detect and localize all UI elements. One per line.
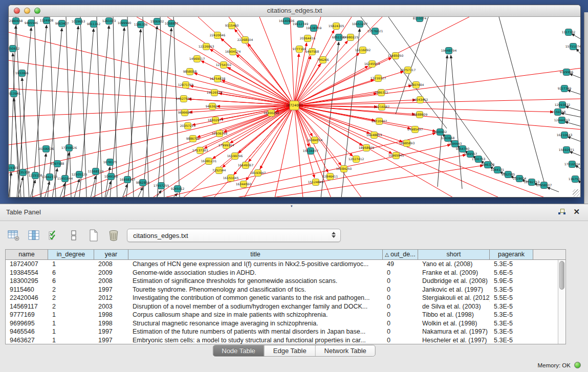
table-row[interactable]: 977716911998Corpus callosum shape and si…: [6, 311, 558, 319]
memory-status-indicator[interactable]: [574, 362, 581, 368]
table-row[interactable]: 1456911722003Disruption of a novel membe…: [6, 302, 558, 311]
table-cell[interactable]: 1997: [94, 286, 128, 294]
graph-node[interactable]: 9858058: [183, 69, 197, 75]
table-cell[interactable]: 2: [48, 302, 94, 311]
graph-node[interactable]: 19526528: [207, 90, 223, 96]
panel-collapse-handle[interactable]: ▾: [291, 204, 296, 207]
column-header-pagerank[interactable]: pagerank: [490, 250, 533, 259]
graph-node[interactable]: 10653287: [352, 21, 368, 28]
table-cell[interactable]: 1997: [94, 327, 128, 336]
graph-node[interactable]: 746266: [317, 57, 329, 63]
graph-node[interactable]: 9777169: [293, 46, 307, 53]
tab-node-table[interactable]: Node Table: [213, 345, 265, 356]
graph-node[interactable]: 7252544: [212, 167, 226, 174]
graph-node[interactable]: 6497568: [306, 49, 319, 55]
table-cell[interactable]: 9777169: [6, 311, 48, 319]
table-cell[interactable]: Dudbridge et al. (2008): [418, 277, 490, 286]
column-header-name[interactable]: name: [6, 250, 48, 259]
graph-node[interactable]: 22420046: [210, 32, 226, 39]
table-cell[interactable]: 1: [48, 319, 94, 328]
table-cell[interactable]: Genome-wide association studies in ADHD.: [128, 269, 383, 277]
graph-node[interactable]: 15751074: [565, 43, 580, 50]
new-file-icon[interactable]: [87, 229, 100, 242]
table-cell[interactable]: 0: [383, 277, 418, 286]
table-row[interactable]: 2242004622012Investigating the contribut…: [6, 294, 558, 302]
graph-node[interactable]: 14980225: [343, 34, 359, 41]
table-cell[interactable]: Jankovic et al. (1997): [418, 286, 490, 294]
table-cell[interactable]: Corpus callosum shape and size in male p…: [128, 311, 383, 319]
table-cell[interactable]: de Silva et al. (2003): [418, 302, 490, 311]
table-cell[interactable]: 6: [48, 269, 94, 277]
resize-grip-icon[interactable]: [573, 189, 580, 196]
table-cell[interactable]: 9465546: [6, 327, 48, 336]
graph-node[interactable]: 12159358: [550, 109, 566, 116]
graph-node[interactable]: 10958107: [536, 182, 552, 189]
graph-node[interactable]: 1019653: [72, 18, 85, 25]
table-cell[interactable]: 18724007: [6, 260, 48, 269]
table-cell[interactable]: 5.9E-5: [490, 277, 533, 286]
column-header-out_de[interactable]: △out_de...: [383, 250, 418, 259]
graph-node[interactable]: 1167534: [569, 176, 580, 183]
table-cell[interactable]: Embryonic stem cells: a model to study s…: [128, 336, 383, 344]
graph-node[interactable]: 17016504: [564, 161, 580, 168]
table-cell[interactable]: Investigating the contribution of common…: [128, 294, 383, 302]
delete-trash-icon[interactable]: [107, 229, 120, 242]
table-cell[interactable]: 5.3E-5: [490, 286, 533, 294]
table-settings-icon[interactable]: [7, 229, 20, 242]
graph-node[interactable]: 19538759: [306, 25, 322, 32]
table-source-dropdown[interactable]: citations_edges.txt: [127, 229, 341, 242]
graph-node[interactable]: 1099990: [118, 20, 132, 27]
unmerge-rows-icon[interactable]: [67, 229, 80, 242]
table-cell[interactable]: Estimation of significance thresholds fo…: [128, 277, 383, 286]
table-cell[interactable]: 5.6E-5: [490, 269, 533, 277]
graph-node[interactable]: 19448794: [441, 48, 457, 54]
graph-node[interactable]: 18985893: [399, 140, 415, 147]
table-row[interactable]: 969969511998Structural magnetic resonanc…: [6, 319, 558, 328]
table-cell[interactable]: 2012: [94, 294, 128, 302]
table-row[interactable]: 946362711997Embryonic stem cells: a mode…: [6, 336, 558, 344]
graph-node[interactable]: 15124849: [308, 179, 324, 186]
graph-node[interactable]: 12226053: [199, 43, 214, 50]
table-cell[interactable]: 1998: [94, 311, 128, 319]
table-cell[interactable]: 2008: [94, 277, 128, 286]
graph-node[interactable]: 18193947: [250, 170, 266, 177]
table-cell[interactable]: Yano et al. (2008): [418, 260, 490, 269]
graph-node[interactable]: 9245012: [171, 186, 185, 192]
graph-node[interactable]: 1049160: [104, 173, 118, 180]
table-cell[interactable]: 0: [383, 336, 418, 344]
graph-node[interactable]: 8133074: [413, 17, 427, 22]
graph-node[interactable]: 20357211: [180, 123, 196, 129]
table-cell[interactable]: 2: [48, 294, 94, 302]
table-cell[interactable]: Structural magnetic resonance image aver…: [128, 319, 383, 328]
graph-node[interactable]: 2180658: [9, 18, 23, 25]
table-cell[interactable]: 14569117: [6, 302, 48, 311]
select-column-icon[interactable]: [27, 229, 40, 242]
graph-node[interactable]: 9465546: [25, 20, 38, 27]
graph-node[interactable]: 9811312: [87, 21, 101, 28]
graph-node[interactable]: 17359926: [61, 145, 77, 151]
table-cell[interactable]: 0: [383, 311, 418, 319]
graph-node[interactable]: 16754838: [210, 76, 226, 82]
graph-node[interactable]: 1186336: [134, 21, 148, 28]
table-cell[interactable]: 5.3E-5: [490, 302, 533, 311]
graph-node[interactable]: 9699695: [178, 110, 192, 116]
table-cell[interactable]: 1: [48, 311, 94, 319]
tab-network-table[interactable]: Network Table: [316, 345, 375, 356]
graph-node[interactable]: 14527535: [176, 96, 192, 102]
table-cell[interactable]: 5.3E-5: [490, 260, 533, 269]
column-header-title[interactable]: title: [128, 250, 383, 259]
table-cell[interactable]: 0: [383, 286, 418, 294]
table-row[interactable]: 911546021997Tourette syndrome. Phenomeno…: [6, 286, 558, 294]
column-header-year[interactable]: year: [94, 250, 128, 259]
graph-node[interactable]: 16245514: [364, 61, 380, 68]
graph-node[interactable]: 1058857: [165, 20, 179, 27]
table-cell[interactable]: Stergiakouli et al. (2012): [418, 294, 490, 302]
graph-node[interactable]: 10688609: [412, 112, 428, 118]
graph-node[interactable]: 1933991: [15, 70, 29, 77]
table-cell[interactable]: 9463627: [6, 336, 48, 344]
graph-node[interactable]: 9397588: [51, 161, 64, 167]
table-row[interactable]: 1872400712008Changes of HCN gene express…: [6, 260, 558, 269]
table-cell[interactable]: 22420046: [6, 294, 48, 302]
graph-node[interactable]: 15134457: [303, 148, 319, 155]
graph-node[interactable]: 1678175: [103, 159, 117, 166]
